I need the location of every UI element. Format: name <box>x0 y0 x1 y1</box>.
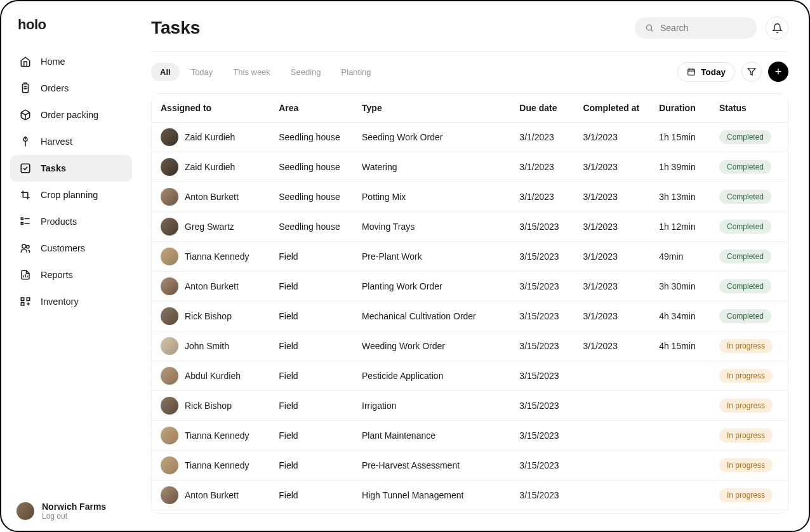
cell-duration <box>650 361 710 391</box>
col-duration[interactable]: Duration <box>650 94 710 123</box>
assignee-name: Zaid Kurdieh <box>185 132 235 142</box>
tasks-table-scroll[interactable]: Assigned toAreaTypeDue dateCompleted atD… <box>152 94 788 513</box>
filter-tab-all[interactable]: All <box>151 63 180 81</box>
table-row[interactable]: Zaid Kurdieh Seedling house Watering 3/1… <box>152 152 788 182</box>
col-completed-at[interactable]: Completed at <box>574 94 650 123</box>
nav-icon <box>19 109 32 121</box>
table-row[interactable]: Tianna Kennedy Field Pre-Plant Work 3/15… <box>152 242 788 272</box>
col-area[interactable]: Area <box>270 94 353 123</box>
table-row[interactable]: Anton Burkett Seedling house Potting Mix… <box>152 182 788 212</box>
cell-area: Seedling house <box>270 212 353 242</box>
assignee-name: Zaid Kurdieh <box>185 162 235 172</box>
svg-rect-5 <box>23 192 28 197</box>
cell-due: 3/15/2023 <box>510 510 574 514</box>
assignee-name: Greg Swartz <box>185 222 234 232</box>
cell-duration <box>650 510 710 514</box>
nav-icon <box>19 162 32 175</box>
cell-area: Field <box>270 331 353 361</box>
cell-area: Seedling house <box>270 182 353 212</box>
table-row[interactable]: Anton Burkett Field High Tunnel Manageme… <box>152 481 788 510</box>
cell-area: Field <box>270 361 353 391</box>
table-header-row: Assigned toAreaTypeDue dateCompleted atD… <box>152 94 788 123</box>
filter-tab-planting[interactable]: Planting <box>333 63 380 81</box>
cell-due: 3/15/2023 <box>510 481 574 510</box>
cell-area: Seedling house <box>270 123 353 152</box>
assignee-name: Anton Burkett <box>185 490 239 500</box>
cell-type: Watering <box>353 152 510 182</box>
status-badge: In progress <box>719 488 773 502</box>
sidebar-item-products[interactable]: Products <box>10 208 132 235</box>
nav-label: Inventory <box>41 296 79 307</box>
add-button[interactable]: + <box>768 62 788 82</box>
cell-area: Field <box>270 510 353 514</box>
sidebar-item-crop-planning[interactable]: Crop planning <box>10 182 132 208</box>
filter-tab-this-week[interactable]: This week <box>224 63 279 81</box>
cell-due: 3/1/2023 <box>510 152 574 182</box>
avatar <box>161 486 178 504</box>
cell-type: Seeding Work Order <box>353 123 510 152</box>
svg-marker-26 <box>748 69 755 76</box>
status-badge: In progress <box>719 339 773 353</box>
avatar <box>161 188 178 206</box>
today-label: Today <box>701 67 726 77</box>
tasks-table: Assigned toAreaTypeDue dateCompleted atD… <box>152 94 788 513</box>
col-assigned-to[interactable]: Assigned to <box>152 94 270 123</box>
sidebar-item-orders[interactable]: Orders <box>10 75 132 102</box>
table-row[interactable]: John Smith Field Weeding Work Order 3/15… <box>152 331 788 361</box>
assignee-name: Tianna Kennedy <box>185 430 249 441</box>
sidebar-item-customers[interactable]: Customers <box>10 235 132 262</box>
assignee-name: John Smith <box>185 341 229 351</box>
search-input[interactable] <box>660 23 747 33</box>
cell-due: 3/15/2023 <box>510 242 574 272</box>
nav-label: Customers <box>41 243 85 253</box>
col-type[interactable]: Type <box>353 94 510 123</box>
filter-button[interactable] <box>741 62 762 82</box>
search-input-wrap[interactable] <box>635 17 757 39</box>
notifications-button[interactable] <box>766 17 788 39</box>
table-row[interactable]: Tianna Kennedy Field Plant Maintenance 3… <box>152 421 788 451</box>
avatar <box>161 248 178 265</box>
sidebar-item-reports[interactable]: Reports <box>10 262 132 288</box>
nav-label: Home <box>41 57 65 67</box>
filter-tab-seeding[interactable]: Seeding <box>282 63 330 81</box>
svg-rect-15 <box>21 298 24 301</box>
cell-duration: 4h 34min <box>650 302 710 331</box>
table-row[interactable]: Anton Burkett Field Knife Sanitation 3/1… <box>152 510 788 514</box>
logout-link[interactable]: Log out <box>42 512 106 521</box>
table-row[interactable]: Zaid Kurdieh Seedling house Seeding Work… <box>152 123 788 152</box>
nav-label: Products <box>41 216 77 227</box>
col-status[interactable]: Status <box>710 94 788 123</box>
sidebar-item-home[interactable]: Home <box>10 48 132 75</box>
sidebar-item-harvest[interactable]: Harvest <box>10 128 132 155</box>
table-row[interactable]: Greg Swartz Seedling house Moving Trays … <box>152 212 788 242</box>
svg-point-11 <box>27 246 30 249</box>
cell-type: High Tunnel Management <box>353 481 510 510</box>
table-body: Zaid Kurdieh Seedling house Seeding Work… <box>152 123 788 514</box>
svg-point-10 <box>22 244 26 248</box>
cell-due: 3/15/2023 <box>510 272 574 302</box>
today-button[interactable]: Today <box>677 62 735 82</box>
cell-type: Knife Sanitation <box>353 510 510 514</box>
filter-tab-today[interactable]: Today <box>182 63 222 81</box>
table-row[interactable]: Rick Bishop Field Irrigation 3/15/2023 I… <box>152 391 788 421</box>
assignee-name: Tianna Kennedy <box>185 460 249 470</box>
sidebar-item-tasks[interactable]: Tasks <box>10 155 132 182</box>
sidebar-item-inventory[interactable]: Inventory <box>10 288 132 315</box>
svg-rect-4 <box>21 164 30 173</box>
table-row[interactable]: Abdul Kurdieh Field Pesticide Applicatio… <box>152 361 788 391</box>
avatar <box>161 367 178 385</box>
col-due-date[interactable]: Due date <box>510 94 574 123</box>
cell-area: Field <box>270 242 353 272</box>
avatar <box>161 397 178 415</box>
page-title: Tasks <box>151 18 200 38</box>
cell-duration: 1h 39min <box>650 152 710 182</box>
sidebar-item-order-packing[interactable]: Order packing <box>10 102 132 128</box>
table-row[interactable]: Rick Bishop Field Mechanical Cultivation… <box>152 302 788 331</box>
nav-icon <box>19 215 32 228</box>
cell-duration: 1h 15min <box>650 123 710 152</box>
table-row[interactable]: Anton Burkett Field Planting Work Order … <box>152 272 788 302</box>
table-row[interactable]: Tianna Kennedy Field Pre-Harvest Assessm… <box>152 451 788 481</box>
nav-icon <box>19 269 32 281</box>
cell-due: 3/15/2023 <box>510 331 574 361</box>
plus-icon: + <box>775 65 782 79</box>
